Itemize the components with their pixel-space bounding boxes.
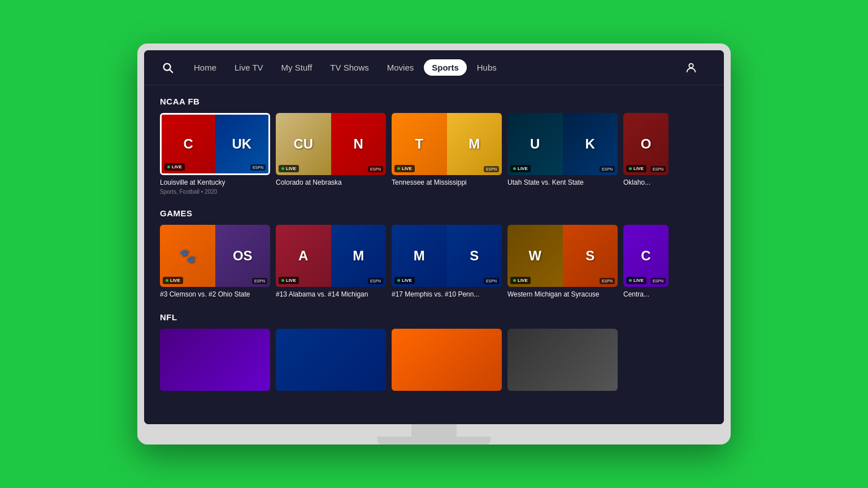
card-nfl-1[interactable] <box>160 329 270 391</box>
nav-item-my-stuff[interactable]: My Stuff <box>274 59 320 76</box>
card-title-oklahoma-partial: Oklaho... <box>623 178 708 188</box>
nav-right <box>683 60 708 76</box>
live-badge-central-partial: LIVE <box>626 277 646 284</box>
live-badge-colorado-nebraska: LIVE <box>279 165 299 172</box>
profile-icon[interactable] <box>683 60 699 76</box>
card-title-louisville-kentucky: Louisville at Kentucky <box>160 178 270 188</box>
card-louisville-kentucky[interactable]: CUK LIVEESPNLouisville at KentuckySports… <box>160 113 270 195</box>
team-left-nfl-2 <box>276 329 386 391</box>
card-title-alabama-michigan: #13 Alabama vs. #14 Michigan <box>276 290 386 299</box>
team-left-nfl-1 <box>160 329 270 391</box>
tv-screen: HomeLive TVMy StuffTV ShowsMoviesSportsH… <box>144 50 724 424</box>
card-title-western-michigan: Western Michigan at Syracuse <box>507 290 618 299</box>
nav-items: HomeLive TVMy StuffTV ShowsMoviesSportsH… <box>186 59 683 76</box>
card-oklahoma-partial[interactable]: O LIVEESPNOklaho... <box>623 113 708 195</box>
live-badge-oklahoma-partial: LIVE <box>626 165 646 172</box>
card-memphis-penn[interactable]: MS LIVEESPN#17 Memphis vs. #10 Penn... <box>392 225 502 299</box>
nav-item-home[interactable]: Home <box>186 59 224 76</box>
live-badge-utah-kent: LIVE <box>510 165 531 172</box>
card-colorado-nebraska[interactable]: CUN LIVEESPNColorado at Nebraska <box>276 113 386 195</box>
nav-item-live-tv[interactable]: Live TV <box>227 59 271 76</box>
section-title-games: GAMES <box>160 208 708 218</box>
network-badge-oklahoma-partial: ESPN <box>650 166 666 172</box>
card-clemson-ohio[interactable]: 🐾OS LIVEESPN#3 Clemson vs. #2 Ohio State <box>160 225 270 299</box>
card-nfl-4[interactable] <box>507 329 618 391</box>
team-left-nfl-3 <box>392 329 502 391</box>
network-badge-clemson-ohio: ESPN <box>252 278 267 284</box>
card-nfl-3[interactable] <box>392 329 502 391</box>
network-badge-tennessee-mississippi: ESPN <box>484 166 499 172</box>
nav-item-movies[interactable]: Movies <box>379 59 422 76</box>
section-ncaa-fb: NCAA FBCUK LIVEESPNLouisville at Kentuck… <box>160 97 708 195</box>
team-left-nfl-4 <box>507 329 618 391</box>
card-subtitle-louisville-kentucky: Sports, Football • 2020 <box>160 189 270 195</box>
card-title-central-partial: Centra... <box>623 290 708 299</box>
card-title-tennessee-mississippi: Tennessee at Mississippi <box>392 178 502 188</box>
svg-line-1 <box>170 69 172 72</box>
card-central-partial[interactable]: C LIVEESPNCentra... <box>623 225 708 299</box>
live-badge-alabama-michigan: LIVE <box>279 277 299 284</box>
network-badge-utah-kent: ESPN <box>600 166 615 172</box>
card-tennessee-mississippi[interactable]: TM LIVEESPNTennessee at Mississippi <box>392 113 502 195</box>
cards-row-nfl <box>160 329 708 391</box>
card-nfl-2[interactable] <box>276 329 386 391</box>
network-badge-colorado-nebraska: ESPN <box>368 166 383 172</box>
content-area: NCAA FBCUK LIVEESPNLouisville at Kentuck… <box>144 85 724 424</box>
tv-stand <box>144 424 724 445</box>
section-nfl: NFL <box>160 312 708 391</box>
nav-item-tv-shows[interactable]: TV Shows <box>322 59 376 76</box>
section-title-nfl: NFL <box>160 312 708 322</box>
svg-point-2 <box>689 63 693 67</box>
network-badge-central-partial: ESPN <box>650 278 666 284</box>
card-utah-kent[interactable]: UK LIVEESPNUtah State vs. Kent State <box>507 113 618 195</box>
live-badge-tennessee-mississippi: LIVE <box>394 165 415 172</box>
section-title-ncaa-fb: NCAA FB <box>160 97 708 106</box>
network-badge-western-michigan: ESPN <box>600 278 615 284</box>
navigation: HomeLive TVMy StuffTV ShowsMoviesSportsH… <box>144 50 724 85</box>
card-title-clemson-ohio: #3 Clemson vs. #2 Ohio State <box>160 290 270 299</box>
network-badge-alabama-michigan: ESPN <box>368 278 383 284</box>
card-alabama-michigan[interactable]: AM LIVEESPN#13 Alabama vs. #14 Michigan <box>276 225 386 299</box>
card-western-michigan[interactable]: WS LIVEESPNWestern Michigan at Syracuse <box>507 225 618 299</box>
nav-item-hubs[interactable]: Hubs <box>469 59 505 76</box>
search-icon[interactable] <box>160 60 176 76</box>
tv-neck <box>411 424 457 437</box>
tv-frame: HomeLive TVMy StuffTV ShowsMoviesSportsH… <box>137 43 731 445</box>
cards-row-ncaa-fb: CUK LIVEESPNLouisville at KentuckySports… <box>160 113 708 195</box>
network-badge-louisville-kentucky: ESPN <box>250 164 266 171</box>
section-games: GAMES🐾OS LIVEESPN#3 Clemson vs. #2 Ohio … <box>160 208 708 299</box>
cards-row-games: 🐾OS LIVEESPN#3 Clemson vs. #2 Ohio State… <box>160 225 708 299</box>
live-badge-louisville-kentucky: LIVE <box>164 163 185 171</box>
live-badge-western-michigan: LIVE <box>510 277 531 284</box>
card-title-colorado-nebraska: Colorado at Nebraska <box>276 178 386 188</box>
network-badge-memphis-penn: ESPN <box>484 278 499 284</box>
tv-foot <box>377 437 491 445</box>
card-title-memphis-penn: #17 Memphis vs. #10 Penn... <box>392 290 502 299</box>
nav-item-sports[interactable]: Sports <box>424 59 467 76</box>
card-title-utah-kent: Utah State vs. Kent State <box>507 178 618 188</box>
live-badge-clemson-ohio: LIVE <box>163 277 183 284</box>
live-badge-memphis-penn: LIVE <box>394 277 415 284</box>
